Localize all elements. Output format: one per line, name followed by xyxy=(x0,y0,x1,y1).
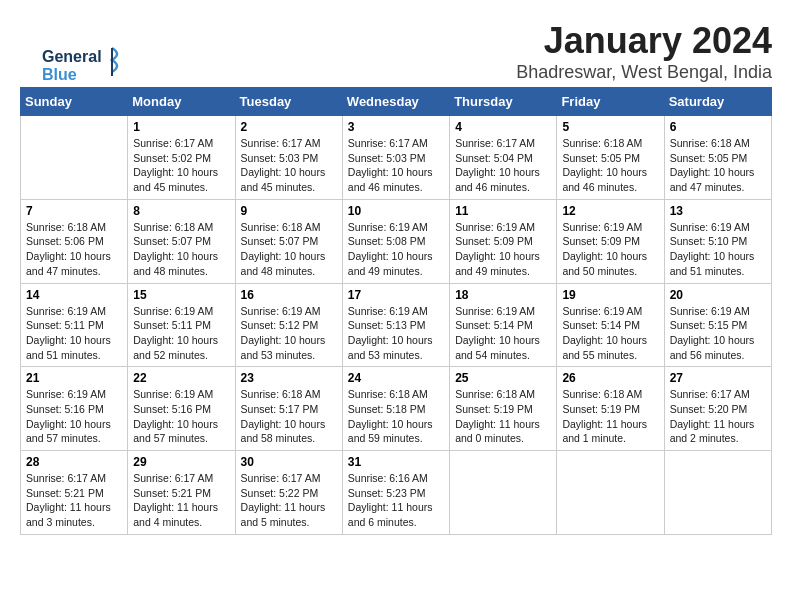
calendar-day-cell xyxy=(557,451,664,535)
day-number: 22 xyxy=(133,371,229,385)
day-info: Sunrise: 6:19 AMSunset: 5:13 PMDaylight:… xyxy=(348,304,444,363)
day-number: 24 xyxy=(348,371,444,385)
day-number: 15 xyxy=(133,288,229,302)
day-info: Sunrise: 6:19 AMSunset: 5:16 PMDaylight:… xyxy=(26,387,122,446)
day-info: Sunrise: 6:19 AMSunset: 5:16 PMDaylight:… xyxy=(133,387,229,446)
day-info: Sunrise: 6:19 AMSunset: 5:09 PMDaylight:… xyxy=(562,220,658,279)
day-info: Sunrise: 6:19 AMSunset: 5:11 PMDaylight:… xyxy=(133,304,229,363)
day-number: 19 xyxy=(562,288,658,302)
month-year-title: January 2024 xyxy=(20,20,772,62)
day-number: 28 xyxy=(26,455,122,469)
calendar-week-row: 28Sunrise: 6:17 AMSunset: 5:21 PMDayligh… xyxy=(21,451,772,535)
day-number: 26 xyxy=(562,371,658,385)
calendar-day-cell: 31Sunrise: 6:16 AMSunset: 5:23 PMDayligh… xyxy=(342,451,449,535)
calendar-day-cell: 16Sunrise: 6:19 AMSunset: 5:12 PMDayligh… xyxy=(235,283,342,367)
day-info: Sunrise: 6:17 AMSunset: 5:21 PMDaylight:… xyxy=(133,471,229,530)
calendar-day-cell: 18Sunrise: 6:19 AMSunset: 5:14 PMDayligh… xyxy=(450,283,557,367)
day-info: Sunrise: 6:18 AMSunset: 5:05 PMDaylight:… xyxy=(562,136,658,195)
day-number: 30 xyxy=(241,455,337,469)
day-number: 13 xyxy=(670,204,766,218)
calendar-day-cell: 7Sunrise: 6:18 AMSunset: 5:06 PMDaylight… xyxy=(21,199,128,283)
day-number: 23 xyxy=(241,371,337,385)
calendar-week-row: 1Sunrise: 6:17 AMSunset: 5:02 PMDaylight… xyxy=(21,116,772,200)
day-number: 21 xyxy=(26,371,122,385)
day-number: 1 xyxy=(133,120,229,134)
day-info: Sunrise: 6:18 AMSunset: 5:07 PMDaylight:… xyxy=(241,220,337,279)
day-number: 3 xyxy=(348,120,444,134)
day-info: Sunrise: 6:17 AMSunset: 5:20 PMDaylight:… xyxy=(670,387,766,446)
day-number: 18 xyxy=(455,288,551,302)
day-info: Sunrise: 6:19 AMSunset: 5:11 PMDaylight:… xyxy=(26,304,122,363)
calendar-day-cell: 5Sunrise: 6:18 AMSunset: 5:05 PMDaylight… xyxy=(557,116,664,200)
day-info: Sunrise: 6:17 AMSunset: 5:04 PMDaylight:… xyxy=(455,136,551,195)
day-number: 9 xyxy=(241,204,337,218)
day-info: Sunrise: 6:19 AMSunset: 5:10 PMDaylight:… xyxy=(670,220,766,279)
day-number: 14 xyxy=(26,288,122,302)
day-number: 2 xyxy=(241,120,337,134)
calendar-day-cell: 13Sunrise: 6:19 AMSunset: 5:10 PMDayligh… xyxy=(664,199,771,283)
calendar-day-cell: 17Sunrise: 6:19 AMSunset: 5:13 PMDayligh… xyxy=(342,283,449,367)
day-number: 12 xyxy=(562,204,658,218)
calendar-week-row: 21Sunrise: 6:19 AMSunset: 5:16 PMDayligh… xyxy=(21,367,772,451)
day-of-week-header: Thursday xyxy=(450,88,557,116)
day-info: Sunrise: 6:17 AMSunset: 5:21 PMDaylight:… xyxy=(26,471,122,530)
calendar-day-cell: 8Sunrise: 6:18 AMSunset: 5:07 PMDaylight… xyxy=(128,199,235,283)
day-number: 5 xyxy=(562,120,658,134)
day-number: 8 xyxy=(133,204,229,218)
day-number: 7 xyxy=(26,204,122,218)
day-info: Sunrise: 6:19 AMSunset: 5:15 PMDaylight:… xyxy=(670,304,766,363)
day-info: Sunrise: 6:18 AMSunset: 5:06 PMDaylight:… xyxy=(26,220,122,279)
calendar-day-cell: 25Sunrise: 6:18 AMSunset: 5:19 PMDayligh… xyxy=(450,367,557,451)
calendar-day-cell: 27Sunrise: 6:17 AMSunset: 5:20 PMDayligh… xyxy=(664,367,771,451)
calendar-day-cell: 11Sunrise: 6:19 AMSunset: 5:09 PMDayligh… xyxy=(450,199,557,283)
calendar-day-cell: 10Sunrise: 6:19 AMSunset: 5:08 PMDayligh… xyxy=(342,199,449,283)
calendar-day-cell: 23Sunrise: 6:18 AMSunset: 5:17 PMDayligh… xyxy=(235,367,342,451)
day-info: Sunrise: 6:18 AMSunset: 5:18 PMDaylight:… xyxy=(348,387,444,446)
calendar-day-cell: 20Sunrise: 6:19 AMSunset: 5:15 PMDayligh… xyxy=(664,283,771,367)
day-info: Sunrise: 6:19 AMSunset: 5:12 PMDaylight:… xyxy=(241,304,337,363)
day-info: Sunrise: 6:16 AMSunset: 5:23 PMDaylight:… xyxy=(348,471,444,530)
day-number: 6 xyxy=(670,120,766,134)
day-of-week-header: Wednesday xyxy=(342,88,449,116)
calendar-day-cell: 19Sunrise: 6:19 AMSunset: 5:14 PMDayligh… xyxy=(557,283,664,367)
day-number: 17 xyxy=(348,288,444,302)
calendar-day-cell: 26Sunrise: 6:18 AMSunset: 5:19 PMDayligh… xyxy=(557,367,664,451)
calendar-day-cell xyxy=(21,116,128,200)
calendar-day-cell: 30Sunrise: 6:17 AMSunset: 5:22 PMDayligh… xyxy=(235,451,342,535)
day-of-week-header: Tuesday xyxy=(235,88,342,116)
calendar-day-cell: 4Sunrise: 6:17 AMSunset: 5:04 PMDaylight… xyxy=(450,116,557,200)
calendar-table: SundayMondayTuesdayWednesdayThursdayFrid… xyxy=(20,87,772,535)
day-info: Sunrise: 6:19 AMSunset: 5:09 PMDaylight:… xyxy=(455,220,551,279)
day-info: Sunrise: 6:19 AMSunset: 5:14 PMDaylight:… xyxy=(562,304,658,363)
calendar-day-cell: 3Sunrise: 6:17 AMSunset: 5:03 PMDaylight… xyxy=(342,116,449,200)
day-of-week-header: Saturday xyxy=(664,88,771,116)
calendar-day-cell: 2Sunrise: 6:17 AMSunset: 5:03 PMDaylight… xyxy=(235,116,342,200)
day-of-week-header: Friday xyxy=(557,88,664,116)
calendar-day-cell: 1Sunrise: 6:17 AMSunset: 5:02 PMDaylight… xyxy=(128,116,235,200)
day-info: Sunrise: 6:19 AMSunset: 5:08 PMDaylight:… xyxy=(348,220,444,279)
day-info: Sunrise: 6:19 AMSunset: 5:14 PMDaylight:… xyxy=(455,304,551,363)
logo: General Blue xyxy=(40,40,130,94)
svg-text:General: General xyxy=(42,48,102,65)
day-number: 16 xyxy=(241,288,337,302)
calendar-day-cell: 15Sunrise: 6:19 AMSunset: 5:11 PMDayligh… xyxy=(128,283,235,367)
calendar-day-cell: 22Sunrise: 6:19 AMSunset: 5:16 PMDayligh… xyxy=(128,367,235,451)
day-info: Sunrise: 6:18 AMSunset: 5:17 PMDaylight:… xyxy=(241,387,337,446)
calendar-day-cell: 21Sunrise: 6:19 AMSunset: 5:16 PMDayligh… xyxy=(21,367,128,451)
day-number: 31 xyxy=(348,455,444,469)
day-info: Sunrise: 6:17 AMSunset: 5:02 PMDaylight:… xyxy=(133,136,229,195)
day-info: Sunrise: 6:17 AMSunset: 5:03 PMDaylight:… xyxy=(348,136,444,195)
day-number: 29 xyxy=(133,455,229,469)
calendar-day-cell: 6Sunrise: 6:18 AMSunset: 5:05 PMDaylight… xyxy=(664,116,771,200)
calendar-day-cell: 24Sunrise: 6:18 AMSunset: 5:18 PMDayligh… xyxy=(342,367,449,451)
calendar-day-cell: 29Sunrise: 6:17 AMSunset: 5:21 PMDayligh… xyxy=(128,451,235,535)
day-info: Sunrise: 6:18 AMSunset: 5:19 PMDaylight:… xyxy=(562,387,658,446)
page-header: January 2024 Bhadreswar, West Bengal, In… xyxy=(20,20,772,83)
calendar-day-cell xyxy=(450,451,557,535)
day-info: Sunrise: 6:18 AMSunset: 5:07 PMDaylight:… xyxy=(133,220,229,279)
calendar-day-cell: 28Sunrise: 6:17 AMSunset: 5:21 PMDayligh… xyxy=(21,451,128,535)
calendar-day-cell: 12Sunrise: 6:19 AMSunset: 5:09 PMDayligh… xyxy=(557,199,664,283)
day-of-week-header: Monday xyxy=(128,88,235,116)
day-number: 10 xyxy=(348,204,444,218)
day-number: 27 xyxy=(670,371,766,385)
